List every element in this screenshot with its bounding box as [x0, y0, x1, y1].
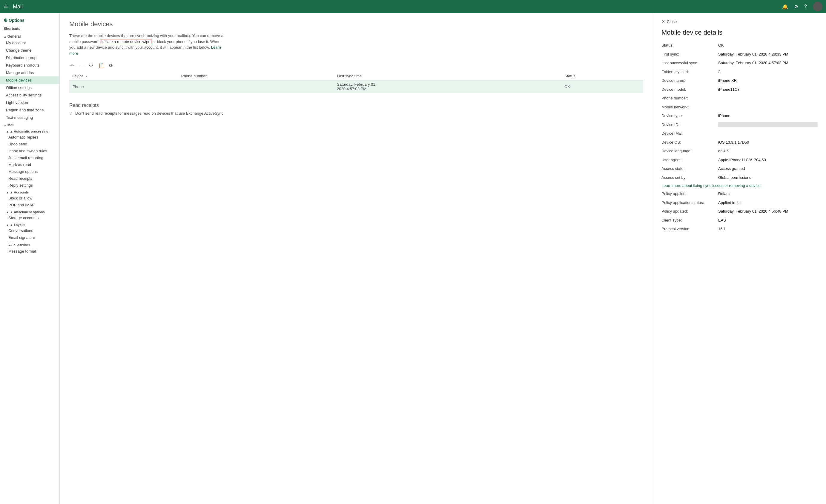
sidebar-item-automatic-replies[interactable]: Automatic replies — [0, 134, 59, 141]
sidebar-item-message-options[interactable]: Message options — [0, 168, 59, 175]
detail-field-access-set-by: Access set by: Global permissions — [661, 175, 818, 181]
device-toolbar: ✏ — 🛡 📋 ⟳ — [69, 62, 643, 69]
options-label: Options — [9, 18, 24, 23]
read-receipts-section-title: Read receipts — [69, 103, 643, 108]
detail-field-phone-number: Phone number: — [661, 95, 818, 101]
detail-field-policy-app-status: Policy application status: Applied in fu… — [661, 200, 818, 206]
cell-device: iPhone — [69, 80, 179, 93]
initiate-wipe-link[interactable]: initiate a remote device wipe — [101, 39, 152, 44]
cell-phone — [179, 80, 335, 93]
detail-field-device-id: Device ID: — [661, 122, 818, 128]
sidebar-item-manage-add-ins[interactable]: Manage add-ins — [0, 69, 59, 76]
detail-field-policy-applied: Policy applied: Default — [661, 191, 818, 197]
block-button[interactable]: 🛡 — [87, 62, 95, 69]
col-sync[interactable]: Last sync time — [335, 73, 562, 80]
cell-status: OK — [562, 80, 643, 93]
content-area: Mobile devices These are the mobile devi… — [60, 13, 826, 504]
sidebar-item-reply-settings[interactable]: Reply settings — [0, 182, 59, 189]
sidebar-item-distribution-groups[interactable]: Distribution groups — [0, 54, 59, 62]
edit-button[interactable]: ✏ — [69, 62, 75, 69]
sidebar-item-pop-imap[interactable]: POP and IMAP — [0, 201, 59, 208]
sidebar: ⊕ Options Shortcuts General My account C… — [0, 13, 60, 504]
detail-field-device-os: Device OS: iOS 13.3.1 17D50 — [661, 139, 818, 145]
sidebar-item-conversations[interactable]: Conversations — [0, 227, 59, 234]
sidebar-item-read-receipts[interactable]: Read receipts — [0, 175, 59, 182]
sidebar-item-keyboard-shortcuts[interactable]: Keyboard shortcuts — [0, 62, 59, 69]
settings-icon[interactable]: ⚙ — [794, 4, 798, 10]
section-accounts[interactable]: ▲ Accounts — [0, 189, 59, 195]
sidebar-item-message-format[interactable]: Message format — [0, 248, 59, 255]
wipe-button[interactable]: 📋 — [97, 62, 105, 69]
sidebar-item-storage-accounts[interactable]: Storage accounts — [0, 214, 59, 221]
sidebar-item-my-account[interactable]: My account — [0, 39, 59, 47]
options-back-button[interactable]: ⊕ Options — [0, 15, 59, 26]
section-general[interactable]: General — [0, 33, 59, 39]
section-attachment-options[interactable]: ▲ Attachment options — [0, 208, 59, 214]
detail-field-first-sync: First sync: Saturday, February 01, 2020 … — [661, 51, 818, 57]
detail-field-folders-synced: Folders synced: 2 — [661, 69, 818, 75]
shortcuts-label: Shortcuts — [0, 26, 59, 33]
table-row[interactable]: iPhone Saturday, February 01,2020 4:57:0… — [69, 80, 643, 93]
avatar[interactable] — [813, 2, 822, 11]
detail-field-last-sync: Last successful sync: Saturday, February… — [661, 60, 818, 66]
grid-icon[interactable]: ≟ — [4, 3, 8, 10]
detail-title: Mobile device details — [661, 29, 818, 37]
section-layout[interactable]: ▲ Layout — [0, 221, 59, 227]
read-receipt-text: Don't send read receipts for messages re… — [75, 111, 223, 116]
page-title: Mobile devices — [69, 20, 643, 28]
detail-field-device-imei: Device IMEI: — [661, 130, 818, 136]
app-title: Mail — [13, 4, 23, 10]
sidebar-item-region-time[interactable]: Region and time zone — [0, 106, 59, 114]
sidebar-item-accessibility[interactable]: Accessibility settings — [0, 91, 59, 99]
col-phone[interactable]: Phone number — [179, 73, 335, 80]
detail-field-mobile-network: Mobile network: — [661, 104, 818, 110]
sidebar-item-change-theme[interactable]: Change theme — [0, 47, 59, 54]
sidebar-item-text-messaging[interactable]: Text messaging — [0, 114, 59, 121]
help-icon[interactable]: ? — [804, 4, 807, 9]
read-receipt-row: ✓ Don't send read receipts for messages … — [69, 111, 643, 116]
close-button[interactable]: ✕ Close — [661, 19, 818, 24]
sync-help-link[interactable]: Learn more about fixing sync issues or r… — [661, 183, 818, 188]
topnav: ≟ Mail 🔔 ⚙ ? — [0, 0, 826, 13]
sidebar-item-link-preview[interactable]: Link preview — [0, 241, 59, 248]
section-mail[interactable]: Mail — [0, 121, 59, 128]
detail-field-protocol-version: Protocol version: 16.1 — [661, 226, 818, 232]
sidebar-item-light-version[interactable]: Light version — [0, 99, 59, 106]
col-status[interactable]: Status — [562, 73, 643, 80]
detail-field-client-type: Client Type: EAS — [661, 217, 818, 223]
sidebar-item-mark-as-read[interactable]: Mark as read — [0, 161, 59, 168]
sidebar-item-block-or-allow[interactable]: Block or allow — [0, 195, 59, 201]
sidebar-item-mobile-devices[interactable]: Mobile devices — [0, 76, 59, 84]
sidebar-item-undo-send[interactable]: Undo send — [0, 141, 59, 147]
detail-field-user-agent: User agent: Apple-iPhone11C8/1704.50 — [661, 157, 818, 163]
back-icon: ⊕ — [4, 17, 7, 23]
delete-button[interactable]: — — [78, 62, 85, 69]
section-automatic-processing[interactable]: ▲ Automatic processing — [0, 128, 59, 134]
notification-icon[interactable]: 🔔 — [782, 4, 788, 10]
detail-field-device-name: Device name: iPhone XR — [661, 78, 818, 83]
detail-field-policy-updated: Policy updated: Saturday, February 01, 2… — [661, 208, 818, 214]
device-table: Device ▲ Phone number Last sync time Sta… — [69, 73, 643, 93]
close-icon: ✕ — [661, 19, 665, 24]
close-label: Close — [667, 19, 677, 24]
detail-field-device-type: Device type: iPhone — [661, 113, 818, 119]
sidebar-item-inbox-sweep-rules[interactable]: Inbox and sweep rules — [0, 147, 59, 154]
detail-field-device-language: Device language: en-US — [661, 148, 818, 154]
sidebar-item-junk-email[interactable]: Junk email reporting — [0, 154, 59, 161]
refresh-button[interactable]: ⟳ — [108, 62, 114, 69]
detail-panel: ✕ Close Mobile device details Status: OK… — [653, 13, 826, 504]
detail-field-status: Status: OK — [661, 43, 818, 48]
read-receipt-checkmark: ✓ — [69, 111, 73, 116]
col-device[interactable]: Device ▲ — [69, 73, 179, 80]
sidebar-item-offline-settings[interactable]: Offline settings — [0, 84, 59, 91]
detail-field-access-state: Access state: Access granted — [661, 166, 818, 172]
cell-sync: Saturday, February 01,2020 4:57:03 PM — [335, 80, 562, 93]
detail-field-device-model: Device model: iPhone11C8 — [661, 86, 818, 92]
sidebar-item-email-signature[interactable]: Email signature — [0, 234, 59, 241]
main-content: Mobile devices These are the mobile devi… — [60, 13, 653, 504]
page-description: These are the mobile devices that are sy… — [69, 33, 225, 56]
